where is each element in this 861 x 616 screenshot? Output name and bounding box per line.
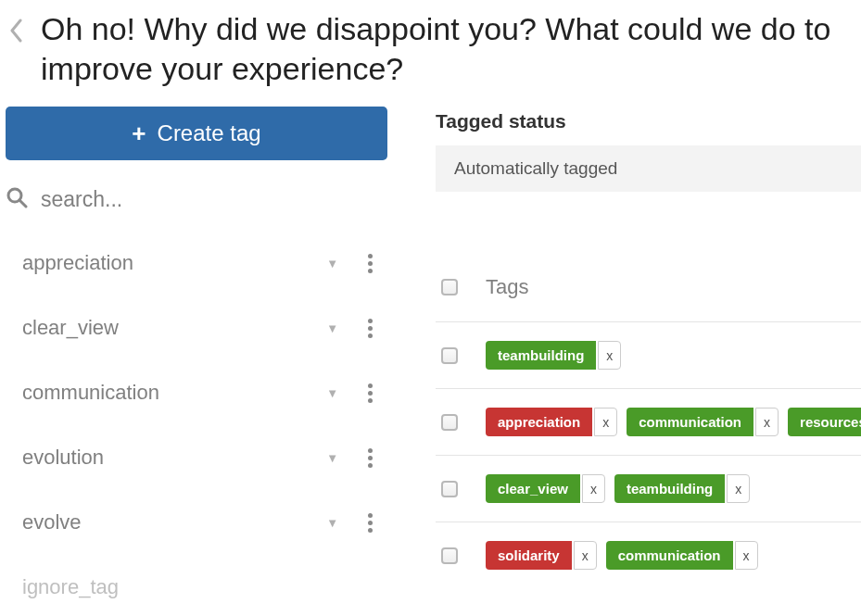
- search-icon: [6, 186, 28, 212]
- tagged-status-header: Tagged status: [436, 110, 861, 132]
- sidebar-item-communication[interactable]: communication ▼: [6, 360, 387, 425]
- sidebar-item-label: appreciation: [22, 251, 326, 275]
- menu-dots-icon[interactable]: [368, 448, 373, 468]
- sidebar-item-label: clear_view: [22, 316, 326, 340]
- tag-chip: communication x: [627, 408, 779, 436]
- remove-tag-button[interactable]: x: [594, 408, 617, 436]
- svg-line-1: [19, 200, 26, 207]
- tag-chip: solidarity x: [486, 541, 597, 570]
- chevron-down-icon: ▼: [326, 386, 338, 400]
- search-input[interactable]: [41, 187, 384, 212]
- chevron-down-icon: ▼: [326, 451, 338, 465]
- select-all-checkbox[interactable]: [441, 279, 458, 295]
- sidebar-item-ignore-tag[interactable]: ignore_tag: [6, 555, 387, 599]
- sidebar: + Create tag appreciation ▼ clear_view ▼…: [0, 107, 387, 599]
- create-tag-button[interactable]: + Create tag: [6, 107, 387, 160]
- tags-column-header: Tags: [486, 275, 528, 299]
- table-row: teambuilding x: [436, 322, 861, 389]
- plus-icon: +: [132, 121, 146, 145]
- tag-chip: teambuilding x: [614, 474, 750, 503]
- tag-chip: teambuilding x: [486, 341, 621, 370]
- chevron-down-icon: ▼: [326, 516, 338, 530]
- sidebar-item-evolve[interactable]: evolve ▼: [6, 490, 387, 555]
- sidebar-item-appreciation[interactable]: appreciation ▼: [6, 231, 387, 295]
- remove-tag-button[interactable]: x: [727, 474, 750, 503]
- chip-label: teambuilding: [614, 474, 725, 503]
- row-checkbox[interactable]: [441, 414, 458, 431]
- tag-chip: clear_view x: [486, 474, 605, 503]
- remove-tag-button[interactable]: x: [755, 408, 779, 436]
- chip-label: resources: [788, 408, 861, 436]
- chevron-down-icon: ▼: [326, 321, 338, 335]
- chip-label: appreciation: [486, 408, 592, 436]
- sidebar-item-label: evolve: [22, 510, 326, 534]
- remove-tag-button[interactable]: x: [574, 541, 597, 570]
- create-tag-label: Create tag: [158, 120, 261, 146]
- sidebar-item-clear-view[interactable]: clear_view ▼: [6, 295, 387, 360]
- back-button[interactable]: [9, 19, 24, 46]
- tag-chip: appreciation x: [486, 408, 617, 436]
- remove-tag-button[interactable]: x: [735, 541, 758, 570]
- tag-chip: communication x: [606, 541, 758, 570]
- sidebar-item-label: ignore_tag: [22, 575, 373, 599]
- chip-label: solidarity: [486, 541, 572, 570]
- chip-label: communication: [606, 541, 733, 570]
- remove-tag-button[interactable]: x: [598, 341, 621, 370]
- chevron-down-icon: ▼: [326, 257, 338, 270]
- tagged-status-value[interactable]: Automatically tagged: [436, 145, 861, 192]
- menu-dots-icon[interactable]: [368, 319, 373, 338]
- row-checkbox[interactable]: [441, 547, 458, 564]
- tag-chip: resources: [788, 408, 861, 436]
- sidebar-item-evolution[interactable]: evolution ▼: [6, 425, 387, 490]
- row-checkbox[interactable]: [441, 347, 458, 364]
- sidebar-item-label: evolution: [22, 446, 326, 470]
- table-row: solidarity x communication x: [436, 522, 861, 570]
- row-checkbox[interactable]: [441, 481, 458, 497]
- main-content: Tagged status Automatically tagged Tags …: [436, 107, 861, 599]
- chip-label: teambuilding: [486, 341, 596, 370]
- menu-dots-icon[interactable]: [368, 254, 373, 273]
- chip-label: clear_view: [486, 474, 580, 503]
- table-row: clear_view x teambuilding x: [436, 456, 861, 522]
- menu-dots-icon[interactable]: [368, 513, 373, 533]
- chip-label: communication: [627, 408, 753, 436]
- menu-dots-icon[interactable]: [368, 383, 373, 403]
- table-row: appreciation x communication x resources: [436, 389, 861, 456]
- tags-table-header: Tags: [436, 275, 861, 322]
- remove-tag-button[interactable]: x: [582, 474, 605, 503]
- page-title: Oh no! Why did we disappoint you? What c…: [41, 9, 852, 88]
- sidebar-item-label: communication: [22, 381, 326, 405]
